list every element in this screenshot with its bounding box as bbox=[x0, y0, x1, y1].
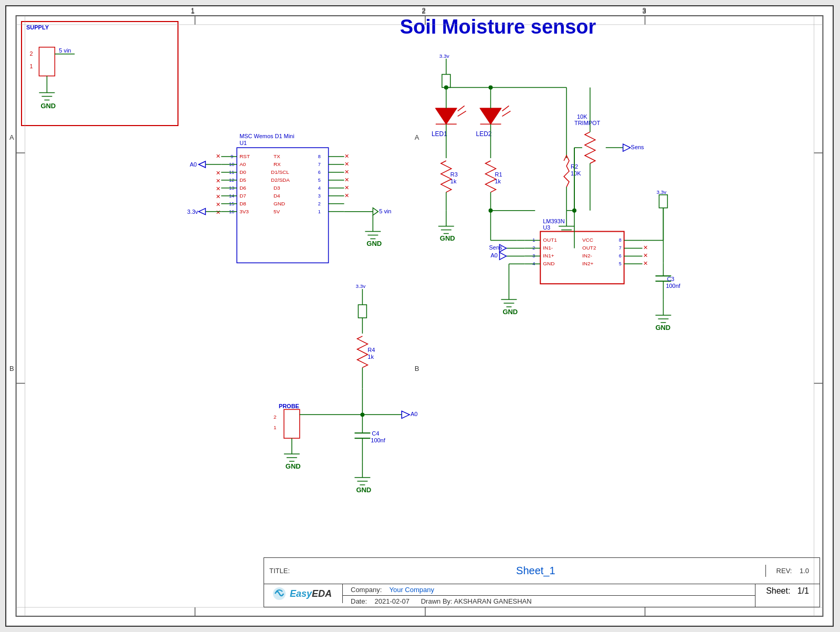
title-value: Sheet_1 bbox=[306, 565, 765, 577]
svg-marker-156 bbox=[623, 144, 631, 151]
company-date-section: Company: Your Company Date: 2021-02-07 D… bbox=[343, 584, 755, 607]
svg-text:1k: 1k bbox=[368, 354, 374, 360]
svg-text:D6: D6 bbox=[239, 185, 246, 191]
svg-text:GND: GND bbox=[366, 240, 382, 247]
svg-text:✕: ✕ bbox=[216, 170, 220, 176]
rev-section: REV: 1.0 bbox=[765, 565, 820, 577]
svg-text:13: 13 bbox=[229, 185, 234, 191]
svg-text:10K: 10K bbox=[577, 113, 587, 120]
svg-text:R2: R2 bbox=[571, 163, 578, 170]
svg-text:GND: GND bbox=[543, 261, 554, 266]
title-block: TITLE: Sheet_1 REV: 1.0 EasyEDA bbox=[264, 557, 820, 607]
svg-line-113 bbox=[502, 111, 510, 116]
schematic-title: Soil Moisture sensor bbox=[400, 16, 596, 38]
svg-text:TRIMPOT: TRIMPOT bbox=[574, 120, 601, 126]
svg-line-107 bbox=[458, 111, 466, 116]
svg-text:3.3v: 3.3v bbox=[355, 283, 365, 289]
svg-text:D8: D8 bbox=[239, 201, 246, 206]
rev-value: 1.0 bbox=[800, 567, 809, 575]
svg-text:7: 7 bbox=[318, 162, 321, 167]
svg-point-123 bbox=[489, 85, 493, 89]
svg-text:1: 1 bbox=[274, 424, 277, 430]
svg-text:6: 6 bbox=[318, 170, 321, 175]
svg-text:C3: C3 bbox=[667, 276, 674, 282]
svg-text:PROBE: PROBE bbox=[279, 403, 299, 409]
svg-line-106 bbox=[458, 106, 465, 111]
svg-marker-234 bbox=[402, 411, 410, 418]
svg-text:C4: C4 bbox=[372, 430, 379, 437]
supply-box: SUPPLY bbox=[21, 21, 178, 126]
svg-text:14: 14 bbox=[229, 193, 234, 199]
sheet-label: Sheet: bbox=[766, 586, 790, 595]
title-label: TITLE: bbox=[264, 565, 306, 577]
svg-text:10: 10 bbox=[229, 162, 234, 167]
svg-text:D7: D7 bbox=[239, 193, 246, 199]
svg-text:GND: GND bbox=[440, 234, 455, 242]
svg-text:16: 16 bbox=[229, 209, 234, 214]
svg-text:GND: GND bbox=[274, 201, 285, 206]
title-block-top-row: TITLE: Sheet_1 REV: 1.0 bbox=[264, 558, 820, 584]
bot-col-marker-1: 1 bbox=[185, 6, 201, 624]
svg-text:D0: D0 bbox=[239, 169, 246, 175]
svg-text:IN1+: IN1+ bbox=[543, 253, 554, 258]
svg-text:GND: GND bbox=[559, 234, 574, 242]
svg-text:IN1-: IN1- bbox=[543, 245, 553, 251]
svg-rect-116 bbox=[442, 75, 450, 88]
svg-text:TX: TX bbox=[274, 153, 280, 159]
company-label: Company: bbox=[351, 586, 382, 594]
easyeda-logo: EasyEDA bbox=[264, 584, 343, 603]
svg-text:3: 3 bbox=[318, 193, 321, 199]
svg-text:9: 9 bbox=[230, 154, 233, 159]
svg-text:✕: ✕ bbox=[344, 153, 349, 159]
svg-text:D4: D4 bbox=[274, 193, 280, 199]
svg-point-137 bbox=[489, 209, 493, 213]
svg-text:✕: ✕ bbox=[344, 184, 349, 191]
svg-text:1k: 1k bbox=[450, 178, 457, 184]
svg-text:✕: ✕ bbox=[344, 161, 349, 167]
svg-marker-189 bbox=[499, 244, 506, 252]
schematic-container: 1 2 3 A B A B 1 2 3 Soil Moisture sensor… bbox=[5, 5, 834, 627]
svg-rect-196 bbox=[659, 195, 667, 208]
svg-text:✕: ✕ bbox=[344, 169, 349, 175]
bot-col-marker-3: 3 bbox=[636, 6, 652, 624]
svg-text:RX: RX bbox=[274, 161, 281, 167]
svg-text:3: 3 bbox=[532, 253, 535, 258]
svg-text:✕: ✕ bbox=[344, 192, 349, 199]
svg-text:✕: ✕ bbox=[216, 201, 220, 208]
svg-rect-220 bbox=[358, 305, 366, 318]
svg-text:IN2+: IN2+ bbox=[582, 261, 593, 266]
company-value: Your Company bbox=[389, 586, 434, 594]
svg-text:LM393N: LM393N bbox=[543, 218, 564, 224]
svg-text:6: 6 bbox=[619, 253, 622, 258]
svg-text:D1/SCL: D1/SCL bbox=[271, 169, 289, 175]
svg-text:3.3v: 3.3v bbox=[439, 53, 449, 59]
easyeda-easy-text: Easy bbox=[290, 588, 312, 599]
svg-text:D2/SDA: D2/SDA bbox=[271, 177, 290, 183]
svg-text:R3: R3 bbox=[450, 171, 458, 178]
svg-text:A0: A0 bbox=[239, 161, 246, 167]
svg-text:IN2-: IN2- bbox=[582, 253, 592, 258]
svg-rect-25 bbox=[237, 148, 328, 263]
svg-text:✕: ✕ bbox=[216, 193, 220, 200]
svg-line-112 bbox=[502, 106, 509, 111]
supply-label: SUPPLY bbox=[26, 24, 49, 30]
svg-text:✕: ✕ bbox=[216, 178, 220, 184]
svg-text:D3: D3 bbox=[274, 185, 280, 191]
svg-text:5 vin: 5 vin bbox=[379, 208, 391, 214]
svg-text:15: 15 bbox=[229, 201, 234, 206]
svg-text:✕: ✕ bbox=[216, 209, 220, 215]
drawn-by-value: AKSHARAN GANESHAN bbox=[454, 597, 532, 605]
date-value: 2021-02-07 bbox=[375, 597, 410, 605]
svg-text:3V3: 3V3 bbox=[239, 209, 249, 214]
svg-text:VCC: VCC bbox=[582, 237, 593, 243]
svg-text:GND: GND bbox=[502, 308, 518, 316]
svg-rect-158 bbox=[540, 232, 624, 284]
svg-text:100nf: 100nf bbox=[371, 437, 385, 443]
svg-point-232 bbox=[360, 412, 364, 417]
svg-text:1: 1 bbox=[532, 237, 535, 243]
svg-text:8: 8 bbox=[318, 154, 321, 159]
svg-text:GND: GND bbox=[356, 486, 371, 494]
svg-text:8: 8 bbox=[619, 237, 622, 243]
svg-text:✕: ✕ bbox=[344, 177, 349, 183]
svg-text:12: 12 bbox=[229, 178, 234, 183]
